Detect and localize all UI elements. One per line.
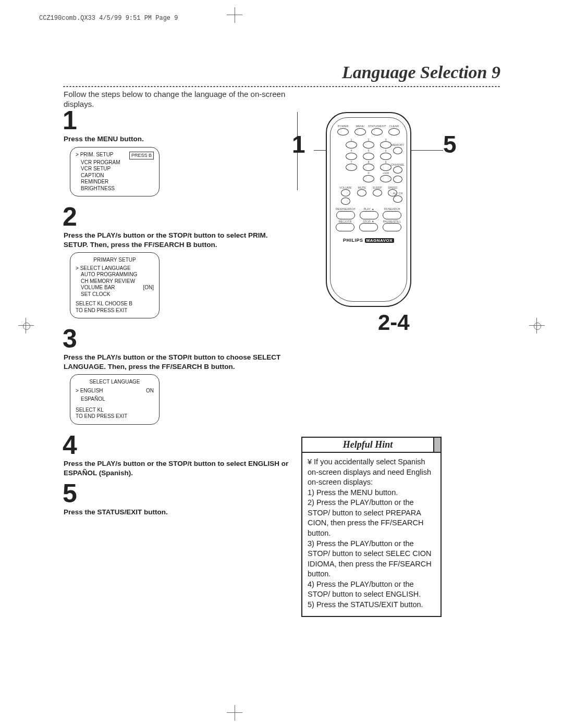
- step-2-text: Press the PLAY/s button or the STOP/t bu…: [64, 231, 292, 249]
- osd1-item1: VCR PROGRAM: [76, 159, 154, 166]
- steps-column: 1 Press the MENU button. > PRIM. SETUP P…: [63, 104, 292, 520]
- helpful-hint-box: Helpful Hint ¥ If you accidentally selec…: [301, 437, 442, 617]
- brand-philips: PHILIPS: [343, 238, 363, 243]
- osd3-foot1: SELECT KL: [76, 407, 154, 414]
- osd3-title: SELECT LANGUAGE: [76, 379, 154, 386]
- remote-inner: POWER MENU STATUS/EXIT CLEAR 1 2 3 4 5 6…: [330, 117, 407, 302]
- osd-main-menu: > PRIM. SETUP PRESS B VCR PROGRAM VCR SE…: [70, 147, 160, 197]
- page-number: 9: [492, 63, 500, 82]
- osd-primary-setup: PRIMARY SETUP > SELECT LANGUAGE AUTO PRO…: [70, 252, 160, 318]
- page-title: Language Selection 9: [63, 63, 500, 82]
- clear-button: CLEAR: [386, 125, 402, 135]
- callout-tick-1: [297, 112, 298, 117]
- step-2: 2 Press the PLAY/s button or the STOP/t …: [63, 204, 292, 318]
- step-1-number: 1: [63, 107, 292, 133]
- print-header: CCZ190comb.QX33 4/5/99 9:51 PM Page 9: [39, 15, 178, 22]
- osd2-foot2: TO END PRESS EXIT: [76, 307, 154, 314]
- osd3-item1: ESPAÑOL: [76, 396, 154, 403]
- step-3-number: 3: [63, 326, 292, 352]
- osd2-volstate: [ON]: [143, 285, 154, 291]
- step-1: 1 Press the MENU button. > PRIM. SETUP P…: [63, 107, 292, 196]
- title-text: Language Selection: [342, 63, 487, 82]
- osd1-item0: PRIM. SETUP: [80, 152, 114, 157]
- osd2-item2: CH MEMORY REVIEW: [76, 278, 154, 285]
- step-4-number: 4: [63, 432, 292, 458]
- osd2-title: PRIMARY SETUP: [76, 257, 154, 264]
- step-2-number: 2: [63, 204, 292, 230]
- crop-mark-top: [227, 15, 242, 16]
- osd1-item4: REMINDER: [76, 179, 154, 186]
- crop-mark-right: [529, 318, 545, 334]
- osd2-item4: SET CLOCK: [76, 291, 154, 298]
- step-3: 3 Press the PLAY/s button or the STOP/t …: [63, 326, 292, 425]
- title-rule: [63, 85, 500, 87]
- manual-page: CCZ190comb.QX33 4/5/99 9:51 PM Page 9 La…: [0, 0, 563, 728]
- helpful-hint-body: ¥ If you accidentally select Spanish on-…: [302, 453, 440, 616]
- osd3-item0: ENGLISH: [80, 388, 103, 393]
- callout-5-label: 5: [443, 130, 457, 158]
- brand-magnavox: MAGNAVOX: [365, 238, 395, 243]
- remote-diagram: 1 5 2-4 POWER MENU STATUS/EXIT CLEAR 1 2…: [297, 112, 506, 320]
- step-4: 4 Press the PLAY/s button or the STOP/t …: [63, 432, 292, 477]
- status-exit-button: STATUS/EXIT: [369, 125, 385, 135]
- crop-mark-left: [18, 318, 34, 334]
- helpful-hint-title: Helpful Hint: [302, 438, 434, 453]
- osd1-item3: CAPTION: [76, 172, 154, 179]
- step-1-text: Press the MENU button.: [64, 134, 292, 144]
- osd2-item1: AUTO PROGRAMMING: [76, 272, 154, 278]
- osd2-item0: SELECT LANGUAGE: [80, 265, 131, 271]
- crop-mark-bottom: [227, 712, 242, 713]
- transport-row-2: REC/OTR STOP ▼ PAUSE/STILL: [331, 220, 407, 232]
- step-4-text: Press the PLAY/s button or the STOP/t bu…: [64, 459, 292, 477]
- osd2-foot1: SELECT KL CHOOSE B: [76, 301, 154, 307]
- number-pad: 1 2 3 4 5 6 7 8 9 0 +100: [342, 139, 395, 183]
- callout-24-label: 2-4: [378, 310, 410, 335]
- power-button: POWER: [335, 125, 351, 135]
- osd3-engstate: ON: [146, 388, 154, 394]
- title-row: Language Selection 9: [63, 63, 500, 87]
- transport-row: REW/SEARCH PLAY ▲ FF/SEARCH: [331, 208, 407, 219]
- osd2-item3: VOLUME BAR: [81, 285, 115, 291]
- hint-title-accent: [434, 438, 440, 453]
- callout-1-label: 1: [292, 130, 305, 158]
- callout-tick-5: [297, 117, 298, 122]
- osd1-pressb: PRESS B: [129, 152, 154, 159]
- osd3-foot2: TO END PRESS EXIT: [76, 413, 154, 420]
- callout-line-5: [407, 150, 443, 151]
- menu-button: MENU: [352, 125, 368, 135]
- remote-branding: PHILIPS MAGNAVOX: [331, 238, 407, 243]
- step-5-text: Press the STATUS/EXIT button.: [64, 508, 292, 517]
- step-5: 5 Press the STATUS/EXIT button.: [63, 480, 292, 517]
- remote-body: POWER MENU STATUS/EXIT CLEAR 1 2 3 4 5 6…: [326, 112, 411, 307]
- right-side-buttons: MEMORY CHANNEL ALT CH: [391, 144, 405, 203]
- step-5-number: 5: [63, 480, 292, 507]
- step-3-text: Press the PLAY/s button or the STOP/t bu…: [64, 353, 292, 371]
- osd1-item5: BRIGHTNESS: [76, 186, 154, 192]
- osd-select-language: SELECT LANGUAGE > ENGLISH ON ESPAÑOL SEL…: [70, 374, 160, 425]
- osd1-item2: VCR SETUP: [76, 166, 154, 172]
